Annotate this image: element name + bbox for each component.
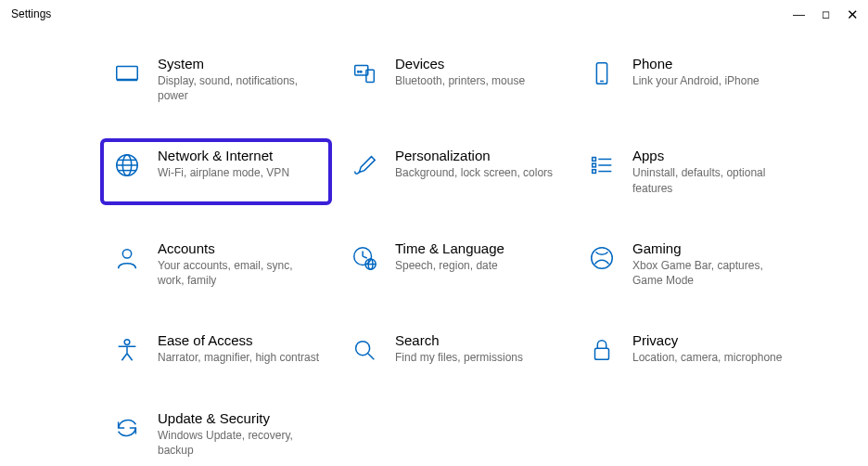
close-button[interactable]: ✕ bbox=[847, 7, 859, 21]
minimize-button[interactable]: — bbox=[793, 8, 805, 20]
svg-point-27 bbox=[124, 340, 130, 345]
tile-search[interactable]: Search Find my files, permissions bbox=[338, 323, 569, 375]
tile-phone[interactable]: Phone Link your Android, iPhone bbox=[575, 46, 807, 112]
accessibility-icon bbox=[111, 334, 143, 366]
tile-title: Privacy bbox=[632, 332, 782, 348]
tile-title: Network & Internet bbox=[158, 148, 289, 163]
svg-rect-34 bbox=[595, 348, 609, 359]
tile-title: System bbox=[158, 56, 320, 71]
tile-desc: Xbox Game Bar, captures, Game Mode bbox=[632, 258, 795, 288]
svg-rect-14 bbox=[593, 164, 596, 168]
tile-title: Accounts bbox=[158, 240, 320, 256]
tile-desc: Wi-Fi, airplane mode, VPN bbox=[158, 165, 289, 180]
brush-icon bbox=[349, 149, 380, 181]
search-icon bbox=[349, 334, 380, 366]
tile-title: Gaming bbox=[632, 240, 795, 256]
tile-desc: Location, camera, microphone bbox=[632, 350, 782, 365]
tile-desc: Uninstall, defaults, optional features bbox=[632, 165, 795, 195]
person-icon bbox=[111, 242, 143, 274]
svg-rect-15 bbox=[593, 170, 596, 174]
svg-point-32 bbox=[356, 342, 370, 356]
svg-line-31 bbox=[127, 354, 133, 361]
display-icon bbox=[111, 58, 143, 89]
svg-line-30 bbox=[121, 354, 127, 361]
tile-update-security[interactable]: Update & Security Windows Update, recove… bbox=[100, 401, 332, 466]
tile-time-language[interactable]: Time & Language Speech, region, date bbox=[338, 231, 569, 297]
svg-point-19 bbox=[122, 249, 131, 257]
phone-icon bbox=[586, 58, 618, 89]
tile-desc: Speech, region, date bbox=[395, 258, 504, 273]
tile-privacy[interactable]: Privacy Location, camera, microphone bbox=[575, 323, 807, 375]
tile-gaming[interactable]: Gaming Xbox Game Bar, captures, Game Mod… bbox=[575, 231, 807, 297]
svg-rect-13 bbox=[593, 158, 596, 162]
tile-desc: Bluetooth, printers, mouse bbox=[395, 73, 525, 88]
svg-point-26 bbox=[592, 248, 613, 269]
tile-title: Time & Language bbox=[395, 240, 504, 256]
tile-desc: Link your Android, iPhone bbox=[632, 73, 760, 88]
tile-devices[interactable]: Devices Bluetooth, printers, mouse bbox=[338, 46, 569, 112]
tile-personalization[interactable]: Personalization Background, lock screen,… bbox=[338, 138, 569, 204]
settings-main: System Display, sound, notifications, po… bbox=[0, 28, 868, 466]
titlebar: Settings — ◻ ✕ bbox=[0, 0, 868, 28]
tile-desc: Narrator, magnifier, high contrast bbox=[158, 350, 319, 365]
tile-apps[interactable]: Apps Uninstall, defaults, optional featu… bbox=[575, 138, 807, 204]
list-icon bbox=[586, 149, 618, 181]
svg-line-22 bbox=[363, 256, 367, 258]
window-title: Settings bbox=[11, 7, 51, 20]
tile-title: Personalization bbox=[395, 148, 553, 163]
tile-desc: Find my files, permissions bbox=[395, 350, 523, 365]
svg-point-4 bbox=[358, 71, 360, 72]
tile-ease-of-access[interactable]: Ease of Access Narrator, magnifier, high… bbox=[100, 323, 332, 375]
svg-line-33 bbox=[368, 354, 375, 360]
clock-globe-icon bbox=[349, 242, 380, 274]
xbox-icon bbox=[586, 242, 618, 274]
sync-icon bbox=[111, 412, 143, 444]
tile-title: Search bbox=[395, 332, 523, 348]
tile-title: Ease of Access bbox=[158, 332, 319, 348]
tile-title: Update & Security bbox=[158, 410, 320, 426]
tile-title: Phone bbox=[632, 56, 760, 71]
globe-icon bbox=[111, 149, 143, 181]
tile-title: Devices bbox=[395, 56, 525, 71]
devices-icon bbox=[349, 58, 380, 89]
tile-desc: Windows Update, recovery, backup bbox=[158, 428, 320, 458]
tile-desc: Background, lock screen, colors bbox=[395, 165, 553, 180]
svg-point-5 bbox=[361, 71, 363, 72]
window-controls: — ◻ ✕ bbox=[793, 7, 868, 21]
tile-network[interactable]: Network & Internet Wi-Fi, airplane mode,… bbox=[100, 138, 332, 204]
tile-accounts[interactable]: Accounts Your accounts, email, sync, wor… bbox=[100, 231, 332, 297]
tile-desc: Display, sound, notifications, power bbox=[158, 73, 320, 103]
settings-grid: System Display, sound, notifications, po… bbox=[100, 46, 831, 466]
lock-icon bbox=[586, 334, 618, 366]
tile-title: Apps bbox=[632, 148, 795, 163]
svg-rect-0 bbox=[117, 67, 138, 80]
tile-system[interactable]: System Display, sound, notifications, po… bbox=[100, 46, 332, 112]
tile-desc: Your accounts, email, sync, work, family bbox=[158, 258, 320, 288]
maximize-button[interactable]: ◻ bbox=[822, 9, 830, 19]
